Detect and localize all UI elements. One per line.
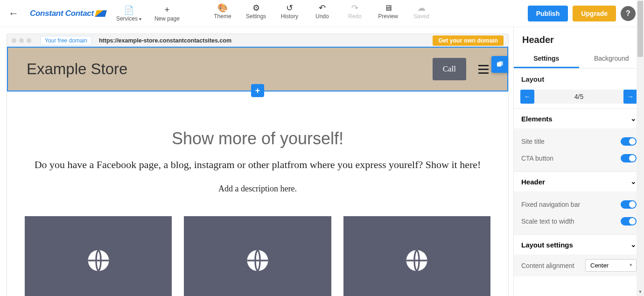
properties-panel: Header Settings Background Layout ← 4/5 … (513, 27, 644, 296)
hamburger-menu-icon[interactable] (478, 65, 489, 74)
get-domain-button[interactable]: Get your own domain (433, 35, 504, 46)
monitor-icon: 🖥 (384, 3, 392, 13)
undo-button[interactable]: ↶ Undo (313, 3, 331, 20)
plus-icon: + (165, 5, 170, 15)
content-section[interactable]: Show more of yourself! Do you have a Fac… (7, 92, 508, 296)
free-domain-badge[interactable]: Your free domain (41, 36, 91, 45)
layout-settings-label: Layout settings (521, 241, 573, 249)
editor-canvas: Your free domain https://example-store.c… (0, 27, 513, 296)
undo-label: Undo (315, 13, 329, 20)
cloud-check-icon: ☁ (417, 3, 426, 13)
palette-icon: 🎨 (217, 3, 228, 13)
saved-label: Saved (413, 13, 429, 20)
page-scrollbar[interactable]: ▲ ▼ (637, 0, 644, 296)
add-section-button[interactable]: + (251, 84, 264, 97)
back-arrow-icon[interactable]: ← (8, 7, 19, 20)
browser-chrome-bar: Your free domain https://example-store.c… (7, 34, 509, 47)
gear-icon: ⚙ (252, 3, 260, 13)
brand-name: Constant Contact (30, 9, 94, 18)
top-toolbar: ← Constant Contact 📄 Services▾ + New pag… (0, 0, 644, 27)
preview-button[interactable]: 🖥 Preview (378, 3, 398, 20)
chrome-dot-icon (27, 38, 31, 43)
globe-icon (404, 248, 429, 273)
theme-label: Theme (214, 13, 231, 20)
chevron-down-icon: ⌄ (630, 240, 637, 249)
header-section[interactable]: Example Store Call + (7, 47, 508, 92)
publish-button[interactable]: Publish (528, 6, 568, 21)
chrome-dot-icon (19, 38, 24, 43)
history-button[interactable]: ↺ History (280, 3, 299, 20)
brand-logo: Constant Contact (30, 9, 106, 18)
cta-call-button[interactable]: Call (433, 58, 466, 80)
globe-icon (245, 248, 270, 273)
svg-rect-1 (499, 61, 503, 65)
fixed-nav-toggle-label: Fixed navigation bar (521, 201, 580, 208)
panel-title: Header (514, 27, 644, 50)
scroll-thumb[interactable] (637, 1, 643, 57)
site-title-toggle-label: Site title (521, 138, 545, 145)
new-page-label: New page (154, 15, 180, 22)
globe-icon (86, 248, 111, 273)
tab-settings[interactable]: Settings (514, 50, 579, 68)
settings-label: Settings (246, 13, 266, 20)
services-label: Services (116, 15, 138, 22)
upgrade-button[interactable]: Upgrade (573, 6, 616, 21)
help-button[interactable]: ? (621, 6, 636, 21)
scale-text-toggle[interactable] (621, 217, 637, 226)
feature-card[interactable] (25, 216, 172, 296)
elements-label: Elements (521, 115, 553, 123)
undo-icon: ↶ (319, 3, 326, 13)
cta-button-toggle[interactable] (621, 154, 637, 162)
new-page-button[interactable]: + New page (154, 5, 180, 22)
section-handle-icon[interactable] (491, 56, 508, 73)
layout-pager: ← 4/5 → (520, 90, 637, 104)
header-options-label: Header (521, 178, 545, 186)
scale-text-toggle-label: Scale text to width (521, 218, 574, 225)
redo-button[interactable]: ↷ Redo (345, 3, 364, 20)
cta-button-toggle-label: CTA button (521, 155, 553, 162)
content-paragraph[interactable]: Do you have a Facebook page, a blog, ins… (21, 159, 494, 171)
redo-label: Redo (348, 13, 362, 20)
content-alignment-label: Content alignment (521, 262, 574, 269)
tab-background[interactable]: Background (579, 50, 644, 68)
layout-page-indicator: 4/5 (534, 93, 623, 100)
scroll-down-icon[interactable]: ▼ (637, 289, 643, 295)
saved-indicator: ☁ Saved (412, 3, 431, 20)
layout-section-header: Layout (514, 69, 644, 87)
history-icon: ↺ (286, 3, 293, 13)
feature-card[interactable] (184, 216, 331, 296)
theme-button[interactable]: 🎨 Theme (213, 3, 232, 20)
chevron-down-icon: ⌄ (630, 114, 637, 123)
layout-next-button[interactable]: → (623, 90, 637, 104)
file-icon: 📄 (124, 5, 134, 15)
chrome-dot-icon (12, 38, 16, 43)
content-heading[interactable]: Show more of yourself! (21, 129, 494, 148)
brand-mark-icon (95, 10, 107, 17)
redo-icon: ↷ (351, 3, 358, 13)
preview-label: Preview (378, 13, 398, 20)
settings-button[interactable]: ⚙ Settings (246, 3, 266, 20)
services-menu[interactable]: 📄 Services▾ (116, 5, 141, 22)
content-alignment-select[interactable]: Center (585, 259, 637, 272)
header-section-header[interactable]: Header ⌄ (514, 172, 644, 191)
layout-prev-button[interactable]: ← (520, 90, 534, 104)
site-url: https://example-store.constantcontactsit… (99, 37, 231, 44)
layout-settings-header[interactable]: Layout settings ⌄ (514, 235, 644, 254)
site-title[interactable]: Example Store (27, 60, 127, 78)
content-description[interactable]: Add a description here. (21, 184, 494, 194)
chevron-down-icon: ⌄ (630, 177, 637, 186)
site-title-toggle[interactable] (621, 137, 637, 146)
elements-section-header[interactable]: Elements ⌄ (514, 109, 644, 128)
history-label: History (281, 13, 298, 20)
fixed-nav-toggle[interactable] (621, 200, 637, 209)
feature-card[interactable] (343, 216, 490, 296)
